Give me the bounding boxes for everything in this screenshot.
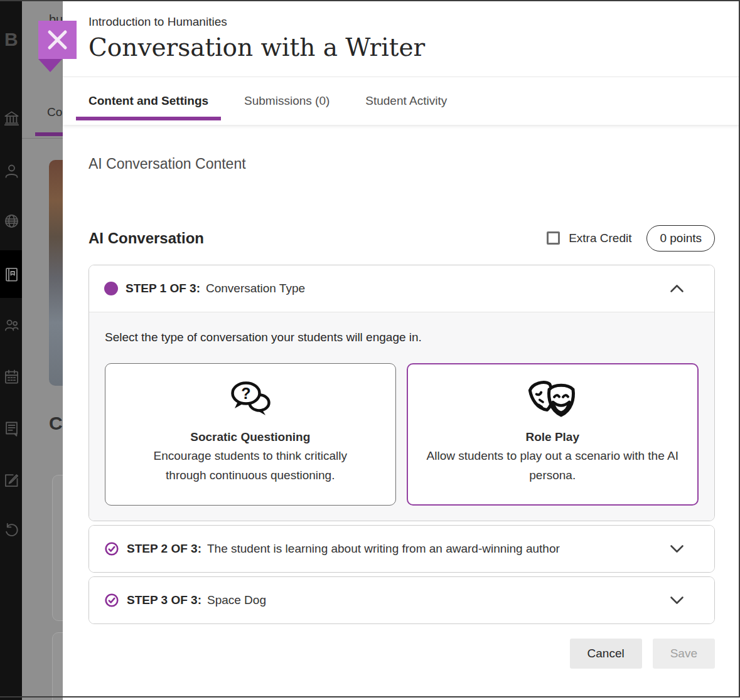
grading-controls: Extra Credit 0 points — [547, 225, 715, 252]
chevron-down-icon[interactable] — [670, 544, 684, 553]
step-1-title: Conversation Type — [206, 282, 305, 295]
backdrop-card — [52, 632, 63, 700]
messages-icon[interactable] — [3, 420, 20, 437]
step-1-header[interactable]: STEP 1 OF 3: Conversation Type — [89, 265, 714, 312]
conversation-type-prompt: Select the type of conversation your stu… — [105, 331, 699, 344]
points-pill[interactable]: 0 points — [646, 225, 715, 252]
backdrop-course-image — [49, 160, 63, 386]
institution-icon[interactable] — [3, 110, 20, 127]
organizations-icon[interactable] — [3, 316, 20, 333]
globe-icon[interactable] — [3, 213, 20, 230]
backdrop-divider — [22, 138, 63, 139]
option-title: Socratic Questioning — [190, 430, 310, 444]
page-title: Conversation with a Writer — [63, 29, 740, 63]
step-2-title: The student is learning about writing fr… — [207, 542, 560, 556]
panel-content: AI Conversation Content AI Conversation … — [63, 156, 740, 624]
option-description: Allow students to play out a scenario wi… — [412, 446, 692, 485]
window-border — [0, 0, 740, 1]
option-socratic-questioning[interactable]: ? Socratic Questioning Encourage student… — [105, 363, 396, 506]
dimmed-backdrop: bu Co C — [22, 0, 63, 700]
step-complete-icon — [104, 541, 119, 556]
tab-bar: Content and Settings Submissions (0) Stu… — [63, 77, 740, 125]
subsection-heading: AI Conversation — [88, 230, 204, 247]
extra-credit-checkbox[interactable] — [547, 231, 560, 245]
chevron-up-icon[interactable] — [670, 284, 684, 293]
conversation-type-options: ? Socratic Questioning Encourage student… — [105, 363, 699, 506]
calendar-icon[interactable] — [3, 368, 20, 385]
app-sidebar: B — [0, 0, 22, 700]
tab-submissions[interactable]: Submissions (0) — [232, 77, 342, 125]
backdrop-card — [52, 475, 63, 621]
option-description: Encourage students to think critically t… — [135, 446, 366, 485]
backdrop-partial-tab: Co — [47, 105, 62, 119]
tab-content-and-settings[interactable]: Content and Settings — [76, 77, 221, 125]
profile-icon[interactable] — [3, 162, 20, 179]
subsection-row: AI Conversation Extra Credit 0 points — [88, 225, 715, 252]
step-complete-icon — [104, 593, 119, 608]
courses-icon[interactable] — [3, 266, 20, 283]
theater-masks-icon — [527, 376, 578, 423]
step-1-body: Select the type of conversation your stu… — [89, 312, 714, 521]
step-2-card: STEP 2 OF 3: The student is learning abo… — [88, 525, 715, 573]
grades-icon[interactable] — [3, 472, 20, 489]
extra-credit-label: Extra Credit — [569, 231, 631, 245]
chevron-down-icon[interactable] — [670, 595, 684, 605]
step-3-header[interactable]: STEP 3 OF 3: Space Dog — [89, 577, 714, 623]
activity-icon[interactable] — [3, 522, 20, 539]
backdrop-partial-heading: C — [49, 413, 63, 434]
section-heading: AI Conversation Content — [88, 156, 715, 172]
step-2-label: STEP 2 OF 3: — [127, 542, 201, 556]
question-bubbles-icon: ? — [228, 376, 272, 423]
blackboard-logo: B — [4, 29, 18, 50]
option-role-play[interactable]: Role Play Allow students to play out a s… — [407, 363, 699, 506]
action-bar: Cancel Save — [63, 624, 740, 669]
tab-student-activity[interactable]: Student Activity — [353, 77, 459, 125]
panel-header: Introduction to Humanities Conversation … — [63, 0, 740, 125]
step-3-label: STEP 3 OF 3: — [127, 593, 201, 607]
option-title: Role Play — [525, 430, 579, 444]
step-3-title: Space Dog — [207, 593, 266, 607]
step-3-card: STEP 3 OF 3: Space Dog — [88, 576, 715, 624]
step-in-progress-icon — [104, 282, 118, 295]
course-name: Introduction to Humanities — [63, 0, 740, 29]
svg-text:?: ? — [241, 384, 250, 402]
save-button[interactable]: Save — [653, 639, 715, 669]
close-button[interactable] — [38, 21, 77, 59]
content-panel: Introduction to Humanities Conversation … — [63, 0, 740, 700]
backdrop-tab-underline — [35, 132, 63, 136]
step-2-header[interactable]: STEP 2 OF 3: The student is learning abo… — [89, 526, 714, 572]
window-border — [0, 696, 740, 697]
step-1-card: STEP 1 OF 3: Conversation Type Select th… — [88, 265, 715, 521]
cancel-button[interactable]: Cancel — [570, 639, 642, 669]
app-window: B bu Co — [0, 0, 740, 700]
step-1-label: STEP 1 OF 3: — [126, 282, 200, 295]
